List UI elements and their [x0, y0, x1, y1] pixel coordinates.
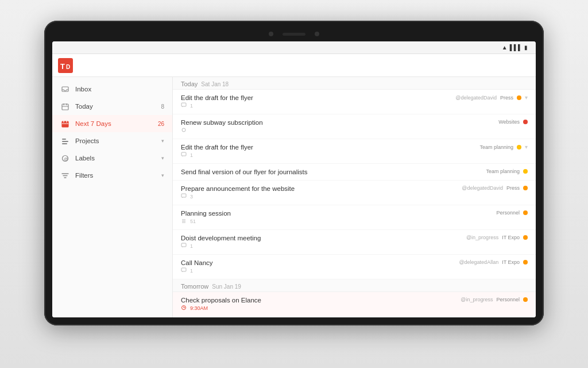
task-priority-3 [517, 145, 521, 150]
task-title-9: Check proposals on Elance [181, 297, 456, 304]
date-header-sub-tomorrow: Sun Jan 19 [212, 283, 241, 290]
task-meta-count-5: 3 [190, 194, 193, 200]
task-item-1[interactable]: Edit the draft for the flyer@delegatedDa… [173, 90, 536, 114]
task-top-row-8: Call Nancy@delegatedAllanIT Expo [181, 259, 528, 266]
labels-icon: @ [60, 154, 69, 163]
task-label-8: IT Expo [502, 259, 520, 265]
app-logo: T D [58, 58, 73, 73]
task-title-3: Edit the draft for the flyer [181, 144, 475, 151]
task-label-3: Team planning [479, 144, 513, 150]
task-meta-2 [181, 127, 528, 134]
date-header-today: TodaySat Jan 18 [173, 77, 536, 90]
app-header: T D [52, 54, 536, 77]
wifi-icon: ▲ [502, 44, 508, 51]
filters-label: Filters [75, 172, 159, 179]
task-item-8[interactable]: Call Nancy@delegatedAllanIT Expo1 [173, 255, 536, 279]
sidebar-item-filters[interactable]: Filters▾ [52, 167, 172, 184]
tablet-screen: ▲ ▌▌▌ ▮ T D I [52, 41, 536, 317]
task-right-6: Personnel [496, 210, 528, 216]
svg-rect-20 [181, 194, 186, 197]
inbox-icon [60, 85, 69, 94]
svg-rect-8 [62, 121, 68, 127]
filters-icon [60, 171, 69, 180]
task-meta-8: 1 [181, 267, 528, 274]
sidebar-item-labels[interactable]: @Labels▾ [52, 150, 172, 167]
next7days-label: Next 7 Days [75, 120, 158, 127]
task-meta-count-1: 1 [190, 103, 193, 109]
tablet-top-bar [52, 29, 536, 39]
task-right-4: Team planning [486, 168, 528, 174]
task-list: TodaySat Jan 18Edit the draft for the fl… [173, 77, 536, 317]
status-icons: ▲ ▌▌▌ ▮ [502, 44, 530, 51]
sidebar-item-inbox[interactable]: Inbox [52, 80, 172, 98]
task-right-1: @delegatedDavidPress▾ [455, 94, 528, 101]
svg-rect-17 [181, 103, 186, 106]
task-priority-2 [523, 120, 528, 124]
task-item-5[interactable]: Prepare announcement for the website@del… [173, 181, 536, 205]
task-priority-1 [517, 95, 521, 100]
task-meta-count-3: 1 [190, 152, 193, 158]
task-priority-7 [523, 235, 528, 240]
task-top-row-4: Send final version of our flyer for jour… [181, 168, 528, 175]
date-header-main-tomorrow: Tomorrow [181, 283, 208, 290]
task-meta-6: 51 [181, 218, 528, 225]
svg-text:D: D [66, 64, 70, 70]
next7days-icon [60, 119, 69, 128]
task-label-1: Press [500, 95, 513, 101]
task-top-row-5: Prepare announcement for the website@del… [181, 185, 528, 192]
sidebar-item-next7days[interactable]: Next 7 Days26 [52, 115, 172, 132]
task-assignee-9: @in_progress [461, 297, 493, 302]
task-item-2[interactable]: Renew subway subscriptionWebsites [173, 114, 536, 139]
task-priority-5 [523, 186, 528, 190]
svg-rect-14 [62, 143, 67, 144]
main-content: InboxToday8Next 7 Days26Projects▾@Labels… [52, 77, 536, 317]
today-icon [60, 102, 69, 111]
task-item-10[interactable]: Prepare announcement for the websiteTeam… [173, 317, 536, 317]
projects-chevron: ▾ [161, 138, 164, 144]
task-top-row-2: Renew subway subscriptionWebsites [181, 119, 528, 126]
sidebar-item-today[interactable]: Today8 [52, 98, 172, 115]
projects-label: Projects [75, 137, 159, 144]
task-right-9: @in_progressPersonnel [461, 297, 528, 302]
task-title-2: Renew subway subscription [181, 119, 494, 126]
task-right-8: @delegatedAllanIT Expo [459, 259, 528, 265]
task-label-6: Personnel [496, 210, 520, 216]
svg-point-18 [182, 128, 185, 132]
next7days-count: 26 [158, 121, 164, 127]
task-priority-6 [523, 210, 528, 215]
task-meta-icon-5 [181, 193, 187, 200]
task-title-1: Edit the draft for the flyer [181, 94, 451, 101]
task-assignee-5: @delegatedDavid [462, 185, 503, 191]
task-right-3: Team planning▾ [479, 144, 528, 150]
task-meta-count-7: 1 [190, 243, 193, 249]
task-meta-icon-1 [181, 102, 187, 109]
task-item-9[interactable]: Check proposals on Elance@in_progressPer… [173, 292, 536, 317]
task-title-5: Prepare announcement for the website [181, 185, 457, 192]
svg-rect-12 [62, 139, 66, 140]
task-meta-icon-3 [181, 152, 187, 159]
task-item-7[interactable]: Doist development meeting@in_progressIT … [173, 230, 536, 255]
task-meta-count-8: 1 [190, 268, 193, 274]
signal-icon: ▌▌▌ [510, 44, 522, 51]
task-top-row-3: Edit the draft for the flyerTeam plannin… [181, 144, 528, 151]
status-bar: ▲ ▌▌▌ ▮ [52, 41, 536, 54]
tablet-speaker [283, 33, 305, 36]
task-label-7: IT Expo [502, 235, 520, 240]
task-item-3[interactable]: Edit the draft for the flyerTeam plannin… [173, 139, 536, 164]
today-label: Today [75, 103, 161, 110]
date-header-tomorrow: TomorrowSun Jan 19 [173, 279, 536, 292]
task-meta-count-6: 51 [190, 218, 196, 224]
task-meta-icon-8 [181, 267, 187, 274]
task-expand-3[interactable]: ▾ [525, 144, 528, 150]
labels-chevron: ▾ [161, 155, 164, 161]
sidebar-item-projects[interactable]: Projects▾ [52, 132, 172, 150]
task-item-6[interactable]: Planning sessionPersonnel51 [173, 205, 536, 230]
task-expand-1[interactable]: ▾ [525, 94, 528, 101]
svg-rect-4 [62, 104, 68, 110]
task-label-5: Press [506, 185, 520, 191]
task-meta-icon-2 [181, 127, 187, 134]
task-item-4[interactable]: Send final version of our flyer for jour… [173, 164, 536, 181]
inbox-label: Inbox [75, 86, 164, 93]
date-header-sub-today: Sat Jan 18 [201, 81, 229, 87]
date-header-main-today: Today [181, 80, 198, 87]
